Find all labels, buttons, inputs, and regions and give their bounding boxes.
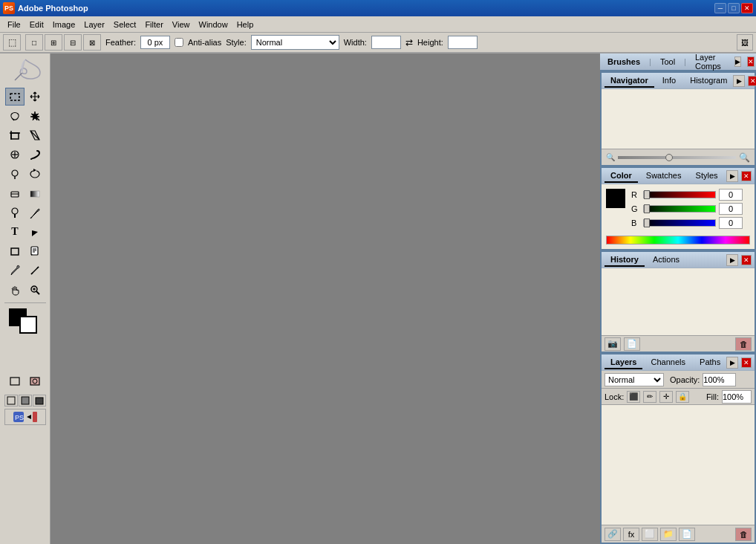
anti-alias-checkbox[interactable] bbox=[175, 38, 183, 47]
notes-tool[interactable] bbox=[25, 242, 45, 260]
menu-help[interactable]: Help bbox=[232, 19, 258, 30]
quick-mask-btn[interactable] bbox=[25, 372, 45, 390]
navigator-menu-btn[interactable]: ▶ bbox=[733, 75, 745, 87]
minimize-button[interactable]: ─ bbox=[714, 3, 726, 13]
marquee-rect-tool[interactable] bbox=[5, 88, 25, 106]
lock-image-btn[interactable]: ✏ bbox=[643, 391, 656, 403]
standard-mode-btn[interactable] bbox=[5, 372, 25, 390]
layers-menu-btn[interactable]: ▶ bbox=[726, 357, 738, 369]
move-tool[interactable] bbox=[25, 88, 45, 106]
jump-imageready-btn[interactable]: PS bbox=[4, 409, 46, 425]
menu-file[interactable]: File bbox=[3, 19, 25, 30]
pen-tool[interactable] bbox=[25, 204, 45, 221]
tab-swatches[interactable]: Swatches bbox=[640, 169, 688, 183]
eyedropper-tool[interactable] bbox=[5, 262, 25, 279]
intersect-selection-btn[interactable]: ⊠ bbox=[83, 34, 101, 51]
opacity-input[interactable] bbox=[703, 373, 736, 386]
eraser-tool[interactable] bbox=[5, 184, 25, 202]
feather-input[interactable] bbox=[140, 36, 170, 49]
style-select[interactable]: Normal Fixed Aspect Ratio Fixed Size bbox=[251, 35, 339, 50]
r-slider[interactable] bbox=[643, 191, 716, 198]
zoom-in-icon[interactable]: 🔍 bbox=[739, 152, 750, 163]
crop-tool[interactable] bbox=[5, 126, 25, 144]
marquee-rect-btn[interactable]: ⬚ bbox=[3, 34, 21, 51]
swap-dimensions-btn[interactable]: ⇄ bbox=[405, 37, 413, 48]
canvas-area[interactable] bbox=[50, 54, 600, 544]
gradient-tool[interactable] bbox=[25, 184, 45, 202]
lasso-tool[interactable] bbox=[5, 107, 25, 125]
color-fg-swatch[interactable] bbox=[606, 189, 625, 208]
width-input[interactable] bbox=[371, 36, 401, 49]
brush-panel-close[interactable]: ✕ bbox=[747, 56, 755, 67]
tab-layers[interactable]: Layers bbox=[605, 356, 642, 369]
tab-info[interactable]: Info bbox=[656, 74, 682, 88]
options-extra-btn[interactable]: 🖼 bbox=[737, 34, 753, 51]
tab-styles[interactable]: Styles bbox=[690, 169, 724, 183]
menu-view[interactable]: View bbox=[168, 19, 195, 30]
tab-history[interactable]: History bbox=[605, 253, 645, 267]
background-color[interactable] bbox=[19, 316, 37, 334]
zoom-tool[interactable] bbox=[25, 281, 45, 299]
dodge-tool[interactable] bbox=[5, 204, 25, 221]
add-selection-btn[interactable]: ⊞ bbox=[45, 34, 62, 51]
layer-link-btn[interactable]: 🔗 bbox=[605, 528, 621, 541]
color-spectrum-bar[interactable] bbox=[606, 236, 750, 245]
g-slider[interactable] bbox=[643, 205, 716, 213]
zoom-out-icon[interactable]: 🔍 bbox=[606, 153, 615, 161]
menu-window[interactable]: Window bbox=[195, 19, 232, 30]
standard-screen-btn[interactable] bbox=[4, 395, 18, 407]
brush-panel-menu[interactable]: ▶ bbox=[734, 56, 741, 67]
tab-navigator[interactable]: Navigator bbox=[605, 74, 654, 88]
b-input[interactable] bbox=[719, 217, 743, 229]
fullscreen-btn[interactable] bbox=[33, 395, 46, 407]
measure-tool[interactable] bbox=[25, 262, 45, 279]
menu-edit[interactable]: Edit bbox=[25, 19, 48, 30]
healing-brush-tool[interactable] bbox=[5, 146, 25, 163]
tool-tab[interactable]: Tool bbox=[656, 56, 680, 68]
close-button[interactable]: ✕ bbox=[741, 3, 753, 13]
new-document-btn[interactable]: 📄 bbox=[624, 337, 640, 351]
tab-histogram[interactable]: Histogram bbox=[684, 74, 733, 88]
menu-layer[interactable]: Layer bbox=[79, 19, 109, 30]
magic-wand-tool[interactable] bbox=[25, 107, 45, 125]
brushes-tab[interactable]: Brushes bbox=[603, 56, 645, 68]
new-snapshot-btn[interactable]: 📷 bbox=[605, 337, 621, 351]
menu-image[interactable]: Image bbox=[48, 19, 80, 30]
path-select-tool[interactable] bbox=[25, 223, 45, 241]
b-slider[interactable] bbox=[643, 219, 716, 227]
subtract-selection-btn[interactable]: ⊟ bbox=[64, 34, 82, 51]
lock-transparent-btn[interactable]: ⬛ bbox=[627, 391, 640, 403]
g-input[interactable] bbox=[719, 203, 743, 215]
brush-tool[interactable] bbox=[25, 146, 45, 163]
hand-tool[interactable] bbox=[5, 281, 25, 299]
history-brush-tool[interactable] bbox=[25, 165, 45, 183]
shape-tool[interactable] bbox=[5, 242, 25, 260]
layer-group-btn[interactable]: 📁 bbox=[660, 528, 677, 541]
height-input[interactable] bbox=[448, 36, 478, 49]
color-menu-btn[interactable]: ▶ bbox=[726, 170, 738, 182]
menu-select[interactable]: Select bbox=[109, 19, 141, 30]
color-close-btn[interactable]: ✕ bbox=[741, 171, 752, 181]
r-input[interactable] bbox=[719, 189, 743, 201]
layer-delete-btn[interactable]: 🗑 bbox=[735, 528, 752, 541]
layer-comps-tab[interactable]: Layer Comps bbox=[691, 54, 726, 72]
layer-new-btn[interactable]: 📄 bbox=[679, 528, 695, 541]
lock-all-btn[interactable]: 🔒 bbox=[676, 391, 689, 403]
layer-fx-btn[interactable]: fx bbox=[623, 528, 639, 541]
layers-close-btn[interactable]: ✕ bbox=[741, 357, 752, 368]
blend-mode-select[interactable]: Normal Dissolve Multiply Screen bbox=[605, 373, 664, 386]
fill-input[interactable] bbox=[722, 390, 752, 404]
navigator-close-btn[interactable]: ✕ bbox=[748, 76, 756, 86]
layer-mask-btn[interactable]: ⬜ bbox=[642, 528, 658, 541]
fullscreen-menu-btn[interactable] bbox=[19, 395, 32, 407]
history-menu-btn[interactable]: ▶ bbox=[726, 254, 738, 266]
maximize-button[interactable]: □ bbox=[728, 3, 740, 13]
type-tool[interactable]: T bbox=[5, 223, 25, 241]
tab-actions[interactable]: Actions bbox=[647, 253, 685, 267]
history-close-btn[interactable]: ✕ bbox=[741, 255, 752, 265]
slice-tool[interactable] bbox=[25, 126, 45, 144]
new-selection-btn[interactable]: □ bbox=[25, 34, 43, 51]
tab-color[interactable]: Color bbox=[605, 169, 638, 183]
tab-paths[interactable]: Paths bbox=[694, 356, 726, 369]
clone-stamp-tool[interactable] bbox=[5, 165, 25, 183]
